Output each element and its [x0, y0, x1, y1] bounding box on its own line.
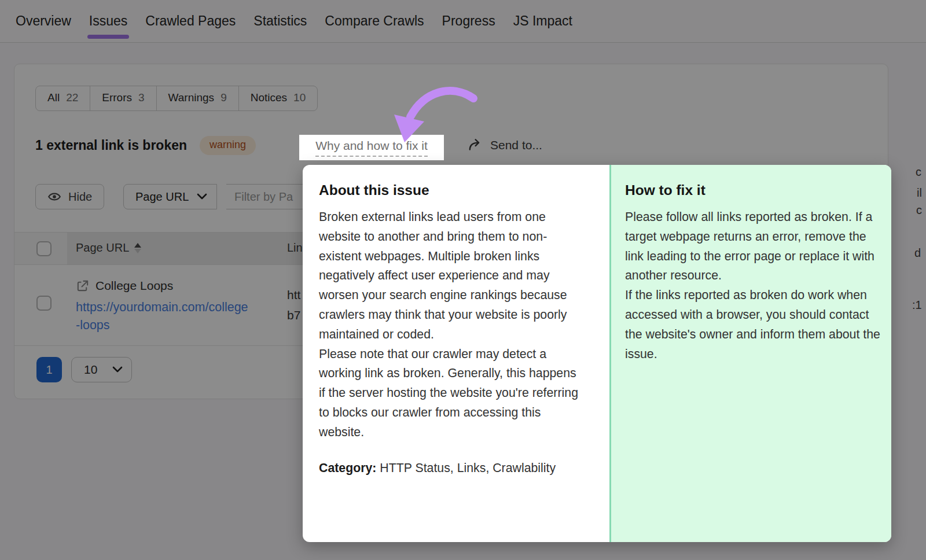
fix-paragraph-2: If the links reported as broken do work … [625, 286, 882, 364]
how-to-fix-panel: How to fix it Please follow all links re… [609, 165, 891, 542]
about-title: About this issue [319, 182, 583, 198]
how-to-fix-title: How to fix it [625, 182, 882, 198]
about-paragraph-2: Please note that our crawler may detect … [319, 345, 583, 443]
category-value: HTTP Status, Links, Crawlability [380, 461, 556, 475]
site-audit-issues-screen: Overview Issues Crawled Pages Statistics… [0, 0, 926, 560]
tutorial-arrow-icon [379, 80, 483, 148]
issue-info-popup: About this issue Broken external links l… [303, 165, 891, 542]
about-paragraph-1: Broken external links lead users from on… [319, 208, 583, 345]
about-this-issue-panel: About this issue Broken external links l… [303, 165, 609, 542]
category-label: Category: [319, 461, 376, 475]
fix-paragraph-1: Please follow all links reported as brok… [625, 208, 882, 286]
issue-category: Category: HTTP Status, Links, Crawlabili… [319, 459, 583, 478]
